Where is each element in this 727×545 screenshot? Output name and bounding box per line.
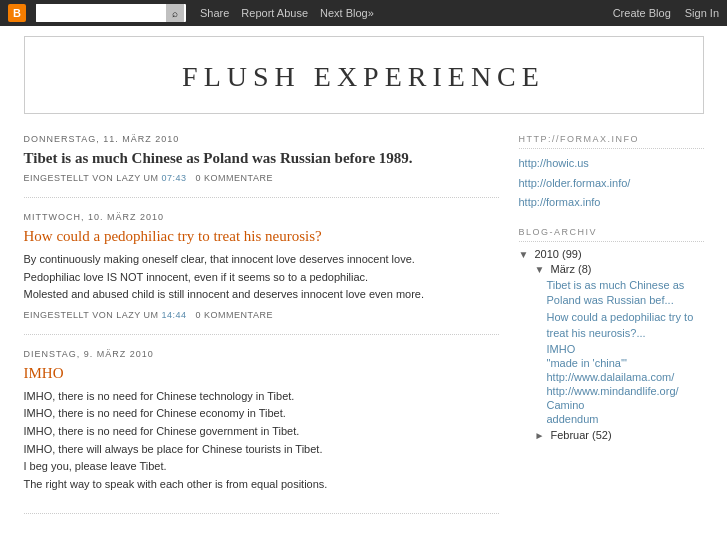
archive-month-feb: ► Februar (52) xyxy=(535,429,704,441)
post-3-date: Dienstag, 9. März 2010 xyxy=(24,349,499,359)
archive-year-2010: ▼ 2010 (99) xyxy=(519,248,704,260)
post-3-line-3: IMHO, there will always be place for Chi… xyxy=(24,441,499,459)
post-2-date: Mittwoch, 10. März 2010 xyxy=(24,212,499,222)
post-1-time[interactable]: 07:43 xyxy=(162,173,187,183)
post-1: Donnerstag, 11. März 2010 Tibet is as mu… xyxy=(24,134,499,198)
post-2-line-1: Pedophiliac love IS NOT innocent, even i… xyxy=(24,269,499,287)
archive-section: BLOG-ARCHIV ▼ 2010 (99) ▼ März (8) Tibet… xyxy=(519,227,704,442)
search-button[interactable]: ⌕ xyxy=(166,4,184,22)
archive-year-toggle[interactable]: ▼ xyxy=(519,249,529,260)
archive-post-1[interactable]: How could a pedophiliac try to treat his… xyxy=(547,310,704,341)
post-2-comments[interactable]: 0 Kommentare xyxy=(196,310,273,320)
post-2-body: By continuously making oneself clear, th… xyxy=(24,251,499,304)
links-section: HTTP://FORMAX.INFO http://howic.us http:… xyxy=(519,134,704,211)
archive-other-0[interactable]: IMHO xyxy=(547,343,704,355)
archive-other-1[interactable]: "made in 'china'" xyxy=(547,357,704,369)
post-2-title: How could a pedophiliac try to treat his… xyxy=(24,228,499,245)
post-2-line-2: Molested and abused child is still innoc… xyxy=(24,286,499,304)
right-links: Create Blog Sign In xyxy=(613,7,719,19)
post-3-title: IMHO xyxy=(24,365,499,382)
post-3-body: IMHO, there is no need for Chinese techn… xyxy=(24,388,499,494)
post-3-line-2: IMHO, there is no need for Chinese gover… xyxy=(24,423,499,441)
next-blog-link[interactable]: Next Blog» xyxy=(320,7,374,19)
sidebar-link-0[interactable]: http://howic.us xyxy=(519,155,704,172)
post-3-line-4: I beg you, please leave Tibet. xyxy=(24,458,499,476)
archive-month-toggle[interactable]: ▼ xyxy=(535,264,545,275)
archive-other-5[interactable]: addendum xyxy=(547,413,704,425)
archive-month-count: (8) xyxy=(578,263,591,275)
archive-other-4[interactable]: Camino xyxy=(547,399,704,411)
archive-year-count: (99) xyxy=(562,248,582,260)
archive-other-3[interactable]: http://www.mindandlife.org/ xyxy=(547,385,704,397)
archive-year-label: 2010 xyxy=(534,248,558,260)
archive-feb-toggle[interactable]: ► xyxy=(535,430,545,441)
post-3-line-1: IMHO, there is no need for Chinese econo… xyxy=(24,405,499,423)
archive-month-marz: ▼ März (8) xyxy=(535,263,704,275)
post-1-footer-prefix: Eingestellt von Lazy um xyxy=(24,173,159,183)
post-2-line-0: By continuously making oneself clear, th… xyxy=(24,251,499,269)
sidebar: HTTP://FORMAX.INFO http://howic.us http:… xyxy=(519,134,704,528)
post-3-line-5: The right way to speak with each other i… xyxy=(24,476,499,494)
report-abuse-link[interactable]: Report Abuse xyxy=(241,7,308,19)
sidebar-link-2[interactable]: http://formax.info xyxy=(519,194,704,211)
nav-links: Share Report Abuse Next Blog» xyxy=(200,7,374,19)
links-section-title: HTTP://FORMAX.INFO xyxy=(519,134,704,149)
search-bar[interactable]: ⌕ xyxy=(36,4,186,22)
post-2-time[interactable]: 14:44 xyxy=(162,310,187,320)
archive-feb-label: Februar xyxy=(550,429,589,441)
page-wrapper: FLUSH EXPERIENCE Donnerstag, 11. März 20… xyxy=(14,26,714,545)
post-1-footer: Eingestellt von Lazy um 07:43 0 Kommenta… xyxy=(24,173,499,183)
create-blog-link[interactable]: Create Blog xyxy=(613,7,671,19)
archive-title: BLOG-ARCHIV xyxy=(519,227,704,242)
post-1-date: Donnerstag, 11. März 2010 xyxy=(24,134,499,144)
sign-in-link[interactable]: Sign In xyxy=(685,7,719,19)
blog-header: FLUSH EXPERIENCE xyxy=(24,36,704,114)
blogger-logo: B xyxy=(8,4,26,22)
post-1-title: Tibet is as much Chinese as Poland was R… xyxy=(24,150,499,167)
search-input[interactable] xyxy=(36,4,166,22)
archive-other-2[interactable]: http://www.dalailama.com/ xyxy=(547,371,704,383)
post-2-footer-prefix: Eingestellt von Lazy um xyxy=(24,310,159,320)
sidebar-link-1[interactable]: http://older.formax.info/ xyxy=(519,175,704,192)
post-2-footer: Eingestellt von Lazy um 14:44 0 Kommenta… xyxy=(24,310,499,320)
archive-feb-count: (52) xyxy=(592,429,612,441)
share-link[interactable]: Share xyxy=(200,7,229,19)
post-3-line-0: IMHO, there is no need for Chinese techn… xyxy=(24,388,499,406)
blog-title: FLUSH EXPERIENCE xyxy=(45,61,683,93)
main-posts: Donnerstag, 11. März 2010 Tibet is as mu… xyxy=(24,134,499,528)
navbar: B ⌕ Share Report Abuse Next Blog» Create… xyxy=(0,0,727,26)
archive-post-0[interactable]: Tibet is as much Chinese as Poland was R… xyxy=(547,278,704,309)
post-3: Dienstag, 9. März 2010 IMHO IMHO, there … xyxy=(24,349,499,515)
post-1-comments[interactable]: 0 Kommentare xyxy=(196,173,273,183)
post-2: Mittwoch, 10. März 2010 How could a pedo… xyxy=(24,212,499,335)
archive-month-label: März xyxy=(550,263,574,275)
content-area: Donnerstag, 11. März 2010 Tibet is as mu… xyxy=(24,134,704,528)
